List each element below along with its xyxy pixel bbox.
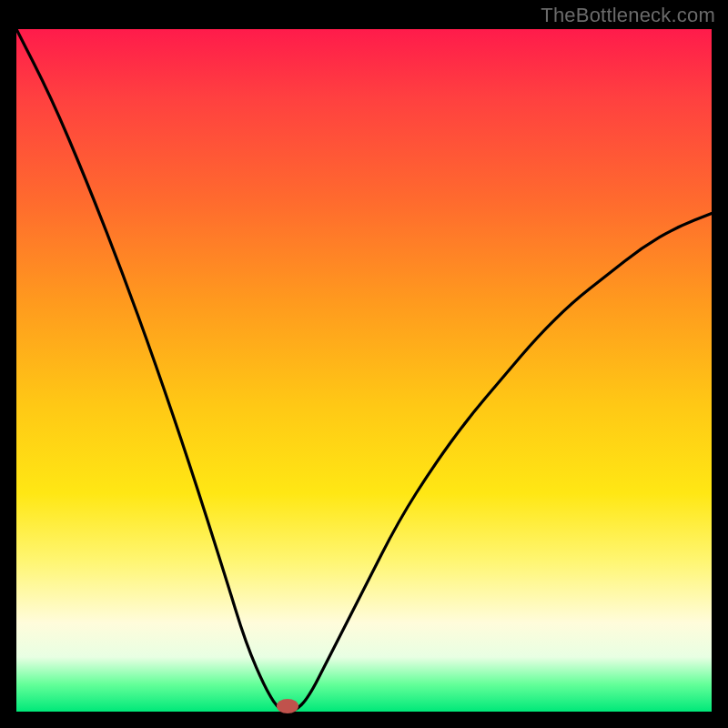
optimum-marker [277, 699, 298, 713]
chart-svg [16, 29, 712, 712]
bottleneck-curve [16, 29, 712, 712]
watermark-label: TheBottleneck.com [541, 4, 715, 27]
chart-frame: TheBottleneck.com [0, 0, 728, 728]
plot-area [16, 29, 712, 712]
